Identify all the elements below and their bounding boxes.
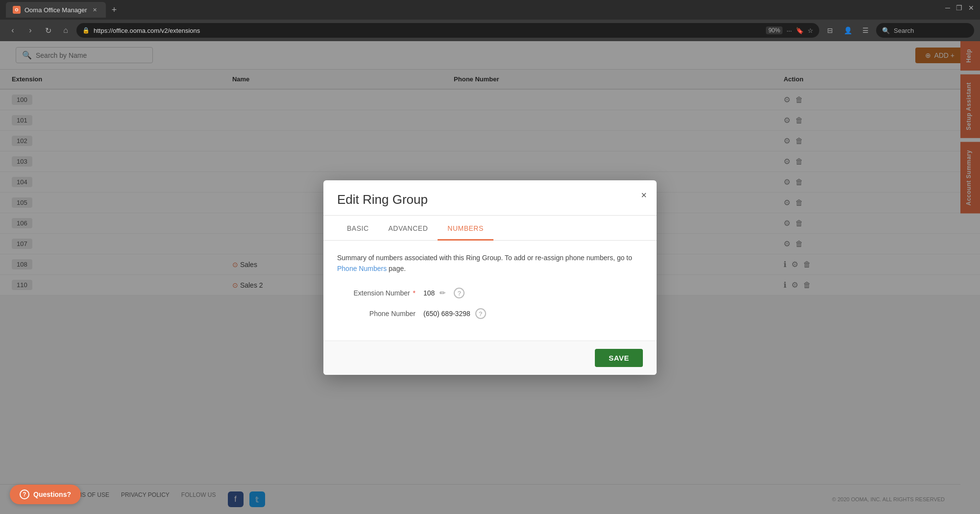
questions-label: Questions? [33, 490, 71, 498]
extension-number-label: Extension Number * [337, 289, 416, 297]
window-controls: ─ ❐ ✕ [945, 4, 974, 12]
phone-number-row: Phone Number (650) 689-3298 ? [337, 308, 643, 319]
browser-chrome: O Ooma Office Manager ✕ + ─ ❐ ✕ [0, 0, 980, 20]
lock-icon: 🔒 [82, 27, 90, 34]
tab-basic[interactable]: BASIC [337, 218, 379, 241]
back-button[interactable]: ‹ [6, 24, 20, 37]
menu-button[interactable]: ☰ [858, 24, 872, 37]
extension-number-edit-icon[interactable]: ✏ [440, 289, 446, 297]
phone-numbers-link[interactable]: Phone Numbers [337, 265, 387, 272]
modal-header: Edit Ring Group × [323, 180, 657, 216]
tab-advanced[interactable]: ADVANCED [379, 218, 438, 241]
toolbar-right: ⊟ 👤 ☰ 🔍 Search [823, 23, 974, 38]
modal-footer: SAVE [323, 341, 657, 375]
zoom-level: 90% [766, 26, 783, 34]
address-bar-row: ‹ › ↻ ⌂ 🔒 https://office.ooma.com/v2/ext… [0, 20, 980, 41]
forward-button[interactable]: › [24, 24, 37, 37]
tab-numbers[interactable]: NUMBERS [438, 218, 493, 241]
page-content: 🔍 ⊕ ADD + Extension Name Phone Number Ac… [0, 41, 980, 514]
user-account-button[interactable]: 👤 [841, 24, 855, 37]
address-right: 90% ··· 🔖 ☆ [766, 26, 813, 34]
modal-tabs: BASIC ADVANCED NUMBERS [323, 218, 657, 241]
browser-search-bar[interactable]: 🔍 Search [876, 23, 974, 38]
tab-title: Ooma Office Manager [24, 6, 87, 14]
phone-number-value: (650) 689-3298 [423, 310, 470, 318]
new-tab-button[interactable]: + [110, 3, 119, 17]
bookmark-icon[interactable]: 🔖 [796, 27, 804, 34]
sidebar-toggle-button[interactable]: ⊟ [823, 24, 837, 37]
extension-number-row: Extension Number * 108 ✏ ? [337, 288, 643, 298]
phone-number-help-icon[interactable]: ? [475, 308, 486, 319]
reload-button[interactable]: ↻ [41, 24, 55, 37]
search-icon: 🔍 [882, 27, 890, 34]
more-options-icon[interactable]: ··· [786, 27, 792, 34]
minimize-button[interactable]: ─ [945, 4, 950, 12]
edit-ring-group-modal: Edit Ring Group × BASIC ADVANCED NUMBERS… [323, 180, 657, 375]
phone-number-label: Phone Number [337, 310, 416, 318]
modal-description: Summary of numbers associated with this … [337, 252, 643, 274]
address-bar[interactable]: 🔒 https://office.ooma.com/v2/extensions … [76, 23, 819, 38]
save-button[interactable]: SAVE [595, 349, 643, 367]
questions-button[interactable]: ? Questions? [10, 485, 81, 504]
tab-favicon: O [13, 6, 21, 14]
browser-tab[interactable]: O Ooma Office Manager ✕ [6, 2, 106, 18]
modal-overlay[interactable]: Edit Ring Group × BASIC ADVANCED NUMBERS… [0, 41, 980, 514]
required-marker: * [413, 289, 416, 297]
home-button[interactable]: ⌂ [59, 24, 73, 37]
questions-icon: ? [20, 490, 29, 499]
maximize-button[interactable]: ❐ [956, 4, 962, 12]
close-window-button[interactable]: ✕ [968, 4, 974, 12]
tab-close-button[interactable]: ✕ [91, 6, 99, 14]
url-text: https://office.ooma.com/v2/extensions [94, 27, 762, 34]
modal-body: Summary of numbers associated with this … [323, 241, 657, 341]
modal-title: Edit Ring Group [337, 192, 643, 207]
extension-number-help-icon[interactable]: ? [454, 288, 465, 298]
star-icon[interactable]: ☆ [808, 27, 813, 34]
extension-number-value: 108 [423, 289, 435, 297]
search-bar-text: Search [894, 27, 914, 34]
modal-close-button[interactable]: × [641, 190, 647, 200]
